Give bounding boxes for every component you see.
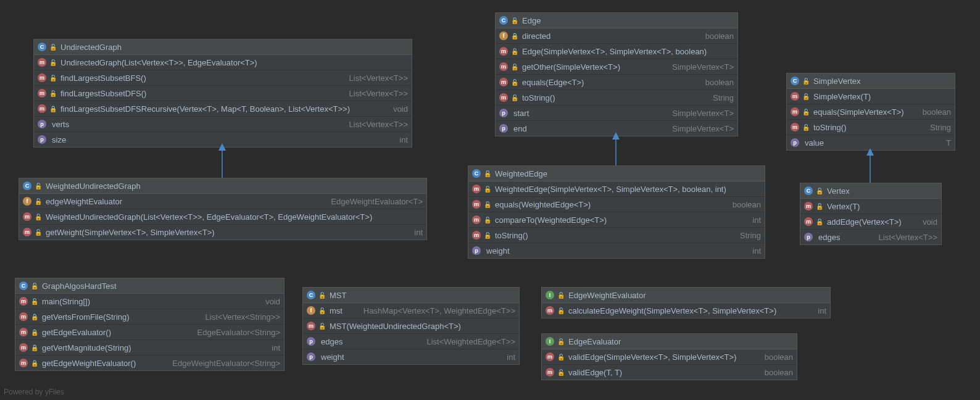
member-type-icon: m	[804, 202, 813, 210]
member-row[interactable]: f🔓mstHashMap<Vertex<T>, WeightedEdge<T>>	[303, 303, 519, 319]
member-type-icon: m	[38, 58, 46, 67]
arrow-Vertex-to-SimpleVertex	[864, 148, 876, 184]
member-type: String	[713, 93, 734, 102]
member-row[interactable]: m🔓UndirectedGraph(List<Vertex<T>>, EdgeE…	[34, 55, 412, 70]
member-row[interactable]: m🔓WeightedUndirectedGraph(List<Vertex<T>…	[19, 209, 426, 225]
class-WeightedEdge[interactable]: C🔓WeightedEdge m🔓WeightedEdge(SimpleVert…	[468, 165, 765, 259]
member-type: boolean	[705, 31, 734, 41]
member-type: boolean	[765, 352, 793, 362]
lock-icon: 🔒	[49, 106, 57, 112]
class-icon: C	[23, 181, 31, 190]
member-type: EdgeWeightEvaluator<T>	[331, 197, 423, 206]
class-GraphAlgosHardTest[interactable]: C🔓GraphAlgosHardTest m🔓main(String[])voi…	[15, 278, 284, 371]
member-row[interactable]: m🔓main(String[])void	[15, 294, 284, 309]
lock-icon: 🔓	[511, 48, 518, 55]
member-name: start	[513, 109, 529, 118]
class-name: UndirectedGraph	[60, 43, 122, 52]
member-row[interactable]: m🔒findLargestSubsetDFSRecursive(Vertex<T…	[34, 101, 412, 117]
member-row[interactable]: m🔓addEdge(Vertex<T>)void	[800, 214, 941, 230]
member-type: EdgeWeightEvaluator<String>	[172, 359, 280, 368]
member-type-icon: m	[307, 322, 315, 330]
member-type-icon: m	[546, 352, 554, 361]
class-SimpleVertex[interactable]: C🔓SimpleVertex m🔓SimpleVertex(T)m🔓equals…	[786, 73, 955, 151]
interface-EdgeEvaluator[interactable]: I🔓EdgeEvaluator m🔓validEdge(SimpleVertex…	[541, 333, 797, 380]
member-type-icon: m	[23, 212, 31, 221]
member-row[interactable]: m🔓equals(WeightedEdge<T>)boolean	[468, 197, 765, 212]
member-type-icon: m	[19, 328, 28, 336]
member-row[interactable]: m🔓calculateEdgeWeight(SimpleVertex<T>, S…	[542, 303, 830, 318]
member-row[interactable]: m🔒getVertsFromFile(String)List<Vertex<St…	[15, 309, 284, 325]
member-type: SimpleVertex<T>	[672, 109, 734, 118]
member-type: List<Vertex<T>>	[349, 89, 408, 98]
member-row[interactable]: m🔓Edge(SimpleVertex<T>, SimpleVertex<T>,…	[496, 44, 737, 59]
member-row[interactable]: m🔓toString()String	[468, 228, 765, 243]
member-row[interactable]: m🔒getEdgeEvaluator()EdgeEvaluator<String…	[15, 325, 284, 340]
member-row[interactable]: m🔓getOther(SimpleVertex<T>)SimpleVertex<…	[496, 59, 737, 75]
class-icon: C	[38, 43, 46, 51]
interface-icon: I	[546, 291, 554, 299]
member-type: List<WeightedEdge<T>>	[426, 337, 515, 346]
class-body: m🔓UndirectedGraph(List<Vertex<T>>, EdgeE…	[34, 55, 412, 147]
class-body: f🔓mstHashMap<Vertex<T>, WeightedEdge<T>>…	[303, 303, 519, 364]
member-row[interactable]: pweightint	[468, 243, 765, 258]
member-type-icon: p	[38, 135, 46, 144]
class-icon: C	[791, 77, 799, 85]
member-row[interactable]: m🔓validEdge(T, T)boolean	[542, 365, 797, 380]
member-row[interactable]: m🔓SimpleVertex(T)	[787, 89, 955, 104]
class-UndirectedGraph[interactable]: C🔓UndirectedGraph m🔓UndirectedGraph(List…	[33, 39, 412, 148]
class-name: Edge	[522, 16, 541, 25]
member-row[interactable]: pedgesList<WeightedEdge<T>>	[303, 334, 519, 349]
member-row[interactable]: m🔓toString()String	[496, 90, 737, 106]
class-Vertex[interactable]: C🔓Vertex m🔓Vertex(T)m🔓addEdge(Vertex<T>)…	[800, 183, 942, 245]
lock-icon: 🔓	[49, 90, 57, 97]
lock-icon: 🔒	[511, 33, 518, 40]
class-body: m🔓calculateEdgeWeight(SimpleVertex<T>, S…	[542, 303, 830, 318]
class-MST[interactable]: C🔓MST f🔓mstHashMap<Vertex<T>, WeightedEd…	[302, 287, 520, 365]
member-row[interactable]: m🔓WeightedEdge(SimpleVertex<T>, SimpleVe…	[468, 181, 765, 197]
class-name: SimpleVertex	[813, 77, 861, 86]
member-type: String	[740, 231, 761, 240]
member-row[interactable]: pstartSimpleVertex<T>	[496, 106, 737, 121]
member-name: weight	[321, 352, 344, 362]
member-row[interactable]: pvertsList<Vertex<T>>	[34, 117, 412, 132]
class-name: Vertex	[827, 186, 850, 196]
member-type-icon: p	[307, 337, 315, 346]
member-row[interactable]: psizeint	[34, 132, 412, 147]
member-type-icon: m	[499, 47, 508, 56]
member-row[interactable]: pvalueT	[787, 135, 955, 150]
member-row[interactable]: m🔓MST(WeightedUndirectedGraph<T>)	[303, 319, 519, 334]
class-name: GraphAlgosHardTest	[42, 281, 117, 291]
member-row[interactable]: m🔒getVertMagnitude(String)int	[15, 340, 284, 356]
member-row[interactable]: m🔓findLargestSubsetDFS()List<Vertex<T>>	[34, 86, 412, 101]
member-type-icon: m	[546, 306, 554, 315]
member-row[interactable]: m🔒getEdgeWeightEvaluator()EdgeWeightEval…	[15, 356, 284, 370]
lock-icon: 🔓	[484, 186, 491, 193]
class-WeightedUndirectedGraph[interactable]: C🔓WeightedUndirectedGraph f🔓edgeWeightEv…	[19, 178, 427, 240]
interface-EdgeWeightEvaluator[interactable]: I🔓EdgeWeightEvaluator m🔓calculateEdgeWei…	[541, 287, 831, 319]
member-row[interactable]: f🔒directedboolean	[496, 28, 737, 44]
member-row[interactable]: m🔓compareTo(WeightedEdge<T>)int	[468, 212, 765, 228]
member-row[interactable]: m🔓validEdge(SimpleVertex<T>, SimpleVerte…	[542, 349, 797, 365]
interface-icon: I	[546, 337, 554, 346]
member-type-icon: m	[38, 104, 46, 113]
member-row[interactable]: pendSimpleVertex<T>	[496, 121, 737, 136]
member-row[interactable]: pweightint	[303, 349, 519, 364]
member-row[interactable]: m🔓equals(SimpleVertex<T>)boolean	[787, 104, 955, 120]
member-name: main(String[])	[42, 297, 90, 306]
member-name: equals(SimpleVertex<T>)	[813, 107, 904, 117]
member-type: int	[272, 343, 280, 352]
member-type-icon: m	[499, 62, 508, 71]
member-row[interactable]: pedgesList<Vertex<T>>	[800, 230, 941, 244]
member-type-icon: m	[38, 73, 46, 82]
member-type-icon: m	[19, 359, 28, 367]
member-row[interactable]: m🔓getWeight(SimpleVertex<T>, SimpleVerte…	[19, 225, 426, 240]
member-row[interactable]: m🔓toString()String	[787, 120, 955, 135]
class-Edge[interactable]: C🔓Edge f🔒directedbooleanm🔓Edge(SimpleVer…	[495, 12, 738, 136]
member-row[interactable]: m🔓Vertex(T)	[800, 199, 941, 214]
class-name: WeightedEdge	[495, 169, 547, 178]
member-row[interactable]: m🔓equals(Edge<T>)boolean	[496, 75, 737, 90]
member-row[interactable]: f🔓edgeWeightEvaluatorEdgeWeightEvaluator…	[19, 194, 426, 209]
member-type-icon: m	[19, 312, 28, 321]
member-name: value	[805, 138, 824, 148]
member-row[interactable]: m🔓findLargestSubsetBFS()List<Vertex<T>>	[34, 70, 412, 86]
